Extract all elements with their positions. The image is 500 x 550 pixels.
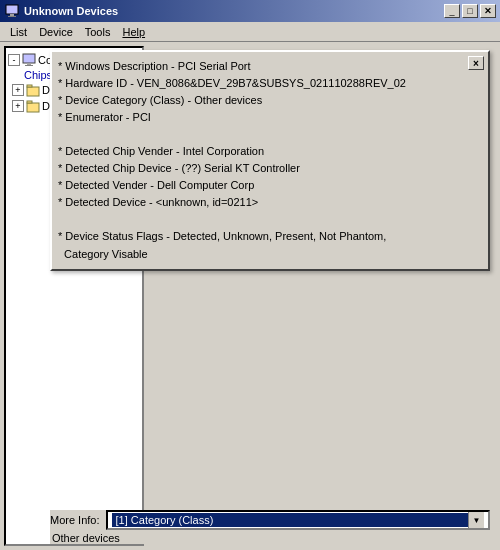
detail-line-9: * Device Status Flags - Detected, Unknow… [58, 228, 462, 262]
svg-rect-8 [27, 103, 39, 112]
detail-line-2: * Hardware ID - VEN_8086&DEV_29B7&SUBSYS… [58, 75, 462, 92]
svg-rect-9 [27, 101, 32, 103]
main-area: - Computer Info Chipset: <unknown> + De.… [0, 42, 500, 550]
window-controls: _ □ ✕ [444, 4, 496, 18]
detail-close-button[interactable]: × [468, 56, 484, 70]
menu-tools[interactable]: Tools [79, 24, 117, 40]
tree-expand-device2[interactable]: + [12, 100, 24, 112]
bottom-info-area: More Info: [1] Category (Class) ▼ Other … [50, 510, 490, 544]
more-info-value: Other devices [50, 532, 490, 544]
more-info-selected-text: [1] Category (Class) [112, 513, 468, 527]
close-button[interactable]: ✕ [480, 4, 496, 18]
detail-content: * Windows Description - PCI Serial Port … [58, 58, 482, 263]
svg-rect-4 [27, 63, 31, 65]
more-info-row: More Info: [1] Category (Class) ▼ [50, 510, 490, 530]
tree-expand-device1[interactable]: + [12, 84, 24, 96]
menu-bar: List Device Tools Help [0, 22, 500, 42]
svg-rect-1 [10, 14, 14, 16]
detail-line-6: * Detected Chip Device - (??) Serial KT … [58, 160, 462, 177]
menu-device[interactable]: Device [33, 24, 79, 40]
minimize-button[interactable]: _ [444, 4, 460, 18]
detail-line-3: * Device Category (Class) - Other device… [58, 92, 462, 109]
window-title: Unknown Devices [24, 5, 444, 17]
detail-line-1: * Windows Description - PCI Serial Port [58, 58, 462, 75]
more-info-label: More Info: [50, 514, 100, 526]
detail-line-5: * Detected Chip Vender - Intel Corporati… [58, 143, 462, 160]
more-info-select[interactable]: [1] Category (Class) ▼ [106, 510, 490, 530]
detail-line-4: * Enumerator - PCI [58, 109, 462, 126]
detail-line-8: * Detected Device - <unknown, id=0211> [58, 194, 462, 211]
detail-line-7: * Detected Vender - Dell Computer Corp [58, 177, 462, 194]
more-info-dropdown-button[interactable]: ▼ [468, 512, 484, 528]
maximize-button[interactable]: □ [462, 4, 478, 18]
svg-rect-7 [27, 85, 32, 87]
detail-panel: × * Windows Description - PCI Serial Por… [50, 50, 490, 271]
svg-rect-6 [27, 87, 39, 96]
svg-rect-2 [8, 16, 16, 17]
folder-icon-2 [26, 99, 40, 113]
title-bar: Unknown Devices _ □ ✕ [0, 0, 500, 22]
folder-icon-1 [26, 83, 40, 97]
svg-rect-0 [6, 5, 18, 14]
svg-rect-5 [25, 65, 33, 66]
svg-rect-3 [23, 54, 35, 63]
tree-expand-root[interactable]: - [8, 54, 20, 66]
computer-icon [22, 53, 36, 67]
menu-help[interactable]: Help [116, 24, 151, 40]
menu-list[interactable]: List [4, 24, 33, 40]
app-icon [4, 3, 20, 19]
